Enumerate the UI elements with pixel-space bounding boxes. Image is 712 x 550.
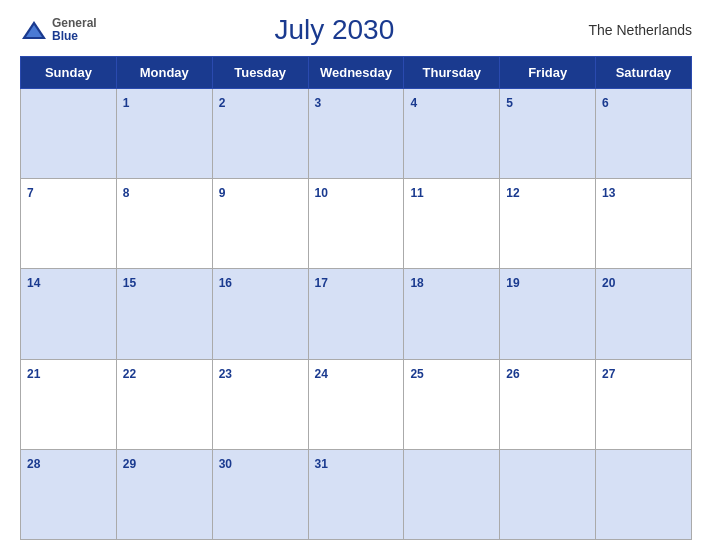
calendar-cell: 2 xyxy=(212,89,308,179)
day-number: 3 xyxy=(315,96,322,110)
calendar-cell xyxy=(596,449,692,539)
calendar-week-row: 28293031 xyxy=(21,449,692,539)
calendar-cell: 9 xyxy=(212,179,308,269)
day-number: 26 xyxy=(506,367,519,381)
day-number: 7 xyxy=(27,186,34,200)
day-number: 30 xyxy=(219,457,232,471)
header-thursday: Thursday xyxy=(404,57,500,89)
calendar-cell: 5 xyxy=(500,89,596,179)
day-number: 23 xyxy=(219,367,232,381)
day-number: 17 xyxy=(315,276,328,290)
calendar-cell: 11 xyxy=(404,179,500,269)
calendar-cell: 13 xyxy=(596,179,692,269)
calendar-week-row: 21222324252627 xyxy=(21,359,692,449)
day-number: 12 xyxy=(506,186,519,200)
day-number: 22 xyxy=(123,367,136,381)
calendar-week-row: 78910111213 xyxy=(21,179,692,269)
day-number: 9 xyxy=(219,186,226,200)
header-saturday: Saturday xyxy=(596,57,692,89)
day-number: 25 xyxy=(410,367,423,381)
header-monday: Monday xyxy=(116,57,212,89)
day-number: 6 xyxy=(602,96,609,110)
weekday-header-row: Sunday Monday Tuesday Wednesday Thursday… xyxy=(21,57,692,89)
calendar-cell: 25 xyxy=(404,359,500,449)
logo: General Blue xyxy=(20,17,97,43)
header-friday: Friday xyxy=(500,57,596,89)
day-number: 13 xyxy=(602,186,615,200)
calendar-cell: 19 xyxy=(500,269,596,359)
calendar-cell xyxy=(500,449,596,539)
day-number: 4 xyxy=(410,96,417,110)
calendar-cell: 4 xyxy=(404,89,500,179)
day-number: 15 xyxy=(123,276,136,290)
day-number: 29 xyxy=(123,457,136,471)
calendar-cell: 31 xyxy=(308,449,404,539)
day-number: 10 xyxy=(315,186,328,200)
calendar-cell: 12 xyxy=(500,179,596,269)
calendar-body: 1234567891011121314151617181920212223242… xyxy=(21,89,692,540)
day-number: 31 xyxy=(315,457,328,471)
calendar-cell: 8 xyxy=(116,179,212,269)
day-number: 11 xyxy=(410,186,423,200)
calendar-cell: 29 xyxy=(116,449,212,539)
day-number: 21 xyxy=(27,367,40,381)
calendar-cell: 20 xyxy=(596,269,692,359)
day-number: 5 xyxy=(506,96,513,110)
logo-text: General Blue xyxy=(52,17,97,43)
calendar-cell: 7 xyxy=(21,179,117,269)
day-number: 2 xyxy=(219,96,226,110)
calendar-table: Sunday Monday Tuesday Wednesday Thursday… xyxy=(20,56,692,540)
calendar-cell: 23 xyxy=(212,359,308,449)
calendar-cell: 18 xyxy=(404,269,500,359)
day-number: 20 xyxy=(602,276,615,290)
calendar-cell: 14 xyxy=(21,269,117,359)
day-number: 8 xyxy=(123,186,130,200)
calendar-cell: 15 xyxy=(116,269,212,359)
calendar-cell: 6 xyxy=(596,89,692,179)
calendar-cell: 3 xyxy=(308,89,404,179)
day-number: 24 xyxy=(315,367,328,381)
calendar-cell: 16 xyxy=(212,269,308,359)
calendar-cell: 28 xyxy=(21,449,117,539)
calendar-title: July 2030 xyxy=(97,14,572,46)
calendar-cell: 1 xyxy=(116,89,212,179)
day-number: 16 xyxy=(219,276,232,290)
logo-icon xyxy=(20,19,48,41)
header-sunday: Sunday xyxy=(21,57,117,89)
calendar-cell xyxy=(21,89,117,179)
day-number: 19 xyxy=(506,276,519,290)
header-tuesday: Tuesday xyxy=(212,57,308,89)
calendar-cell: 26 xyxy=(500,359,596,449)
calendar-week-row: 14151617181920 xyxy=(21,269,692,359)
day-number: 1 xyxy=(123,96,130,110)
calendar-cell: 30 xyxy=(212,449,308,539)
calendar-header: General Blue July 2030 The Netherlands xyxy=(20,10,692,50)
calendar-cell xyxy=(404,449,500,539)
day-number: 14 xyxy=(27,276,40,290)
calendar-cell: 27 xyxy=(596,359,692,449)
header-wednesday: Wednesday xyxy=(308,57,404,89)
calendar-cell: 22 xyxy=(116,359,212,449)
calendar-cell: 10 xyxy=(308,179,404,269)
logo-blue-text: Blue xyxy=(52,30,97,43)
country-label: The Netherlands xyxy=(572,22,692,38)
day-number: 18 xyxy=(410,276,423,290)
calendar-cell: 24 xyxy=(308,359,404,449)
calendar-week-row: 123456 xyxy=(21,89,692,179)
day-number: 28 xyxy=(27,457,40,471)
calendar-cell: 21 xyxy=(21,359,117,449)
calendar-cell: 17 xyxy=(308,269,404,359)
day-number: 27 xyxy=(602,367,615,381)
